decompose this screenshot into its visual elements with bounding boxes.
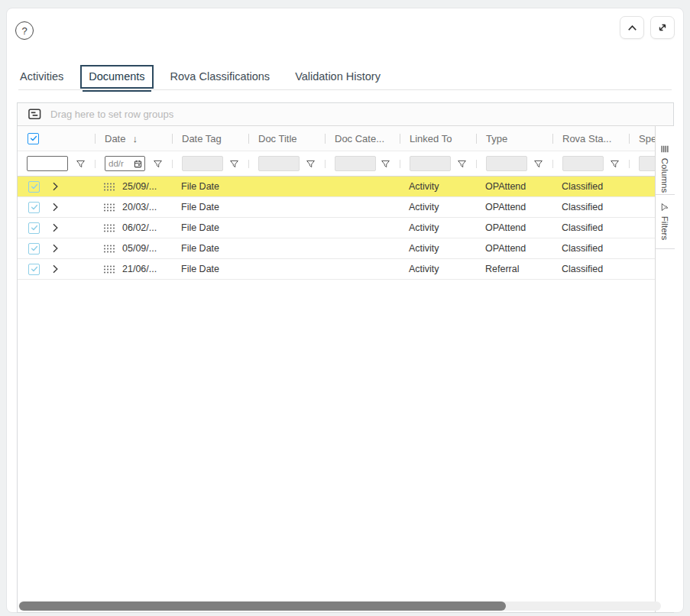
data-grid: Drag here to set row groups Date↓Date Ta… bbox=[17, 102, 674, 613]
filter-input-date[interactable]: dd/r bbox=[105, 156, 145, 171]
column-header-sel[interactable] bbox=[18, 126, 96, 151]
row-checkbox[interactable] bbox=[28, 202, 40, 213]
filter-menu-button-date_tag[interactable] bbox=[229, 159, 239, 169]
filter-funnel-icon bbox=[457, 159, 467, 169]
cell-spe bbox=[630, 177, 655, 196]
tab-label: Documents bbox=[89, 70, 144, 83]
side-bar: ColumnsFilters bbox=[655, 126, 675, 612]
table-row[interactable]: 05/09/...File DateActivityOPAttendClassi… bbox=[18, 238, 655, 259]
filter-menu-button-doc_category[interactable] bbox=[381, 159, 390, 169]
expand-row-button[interactable] bbox=[52, 223, 59, 232]
column-label: Date bbox=[105, 133, 125, 144]
expand-row-button[interactable] bbox=[52, 182, 59, 191]
cell-doc_title bbox=[249, 238, 326, 258]
row-drag-handle[interactable] bbox=[103, 203, 115, 212]
columns-icon bbox=[661, 144, 670, 154]
cell-date: 06/02/... bbox=[96, 218, 173, 238]
table-row[interactable]: 21/06/...File DateActivityReferralClassi… bbox=[18, 259, 655, 280]
expand-row-button[interactable] bbox=[52, 244, 59, 253]
grid-header-row: Date↓Date TagDoc TitleDoc Cate...Linked … bbox=[18, 126, 655, 151]
filter-cell-date: dd/r bbox=[96, 151, 173, 176]
expand-row-icon bbox=[52, 203, 59, 212]
row-checkbox[interactable] bbox=[28, 181, 40, 193]
select-all-checkbox[interactable] bbox=[28, 133, 39, 144]
grid-viewport: Date↓Date TagDoc TitleDoc Cate...Linked … bbox=[18, 126, 655, 612]
chevron-up-icon bbox=[626, 22, 639, 34]
cell-selection bbox=[18, 218, 96, 238]
tab-activities[interactable]: Activities bbox=[11, 65, 72, 89]
row-drag-handle[interactable] bbox=[103, 224, 115, 232]
expand-button[interactable] bbox=[650, 16, 675, 39]
column-label: Type bbox=[486, 133, 507, 144]
filter-menu-button-type[interactable] bbox=[533, 159, 543, 169]
tab-documents[interactable]: Documents bbox=[80, 65, 153, 89]
cell-spe bbox=[630, 238, 655, 258]
cell-type: Referral bbox=[477, 259, 553, 279]
filter-input-date_tag bbox=[182, 156, 223, 171]
column-header-spe[interactable]: Spe bbox=[630, 126, 655, 151]
column-header-doc_title[interactable]: Doc Title bbox=[249, 126, 326, 151]
column-header-doc_category[interactable]: Doc Cate... bbox=[326, 126, 400, 151]
row-group-icon bbox=[28, 109, 41, 120]
expand-row-button[interactable] bbox=[52, 264, 59, 274]
filter-funnel-icon bbox=[610, 159, 620, 169]
column-header-linked_to[interactable]: Linked To bbox=[400, 126, 477, 151]
date-filter-placeholder: dd/r bbox=[109, 159, 132, 168]
cell-doc_title bbox=[249, 197, 326, 217]
row-checkbox[interactable] bbox=[28, 222, 40, 234]
date-picker-button[interactable] bbox=[134, 160, 142, 168]
column-header-type[interactable]: Type bbox=[477, 126, 553, 151]
side-tab-columns[interactable]: Columns bbox=[656, 143, 675, 194]
row-checkbox[interactable] bbox=[28, 243, 40, 255]
row-drag-handle[interactable] bbox=[103, 245, 115, 253]
row-drag-handle[interactable] bbox=[103, 183, 115, 191]
cell-doc_category bbox=[326, 197, 400, 217]
expand-row-icon bbox=[52, 182, 59, 191]
filter-funnel-icon bbox=[306, 159, 316, 169]
cell-text: 06/02/... bbox=[122, 222, 157, 233]
filter-input-sel[interactable] bbox=[27, 156, 68, 171]
tab-divider bbox=[18, 89, 672, 90]
cell-linked_to: Activity bbox=[400, 218, 477, 238]
filter-menu-button-linked_to[interactable] bbox=[457, 159, 467, 169]
top-actions bbox=[620, 16, 675, 39]
column-header-date_tag[interactable]: Date Tag bbox=[173, 126, 249, 151]
row-group-panel[interactable]: Drag here to set row groups bbox=[18, 103, 673, 126]
column-label: Date Tag bbox=[182, 133, 222, 144]
expand-row-button[interactable] bbox=[52, 203, 59, 212]
row-drag-handle-icon bbox=[103, 224, 115, 232]
table-row[interactable]: 20/03/...File DateActivityOPAttendClassi… bbox=[18, 197, 655, 218]
filter-input-rova_status bbox=[562, 156, 604, 171]
cell-doc_category bbox=[326, 177, 400, 196]
cell-type: OPAttend bbox=[477, 218, 553, 238]
column-label: Linked To bbox=[410, 133, 452, 144]
row-drag-handle[interactable] bbox=[103, 265, 115, 274]
filter-input-doc_title bbox=[258, 156, 300, 171]
cell-linked_to: Activity bbox=[400, 238, 477, 258]
tab-rova-classifications[interactable]: Rova Classifications bbox=[162, 65, 279, 89]
collapse-button[interactable] bbox=[620, 16, 644, 39]
side-tab-filters[interactable]: Filters bbox=[656, 194, 675, 248]
row-checkbox[interactable] bbox=[28, 264, 40, 275]
cell-selection bbox=[18, 197, 96, 217]
filter-cell-spe bbox=[630, 151, 655, 176]
row-drag-handle-icon bbox=[103, 183, 115, 191]
table-row[interactable]: 06/02/...File DateActivityOPAttendClassi… bbox=[18, 218, 655, 238]
filter-menu-button-rova_status[interactable] bbox=[610, 159, 620, 169]
cell-type: OPAttend bbox=[477, 197, 553, 217]
sort-desc-icon: ↓ bbox=[132, 133, 138, 144]
horizontal-scrollbar[interactable] bbox=[18, 601, 661, 611]
column-header-date[interactable]: Date↓ bbox=[96, 126, 173, 151]
filter-menu-button-sel[interactable] bbox=[76, 159, 86, 169]
table-row[interactable]: 25/09/...File DateActivityOPAttendClassi… bbox=[18, 177, 655, 197]
scrollbar-thumb[interactable] bbox=[19, 601, 506, 611]
cell-selection bbox=[18, 177, 96, 196]
help-button[interactable]: ? bbox=[15, 21, 34, 40]
panel-card: ? ActivitiesDocumentsRova Classification… bbox=[6, 8, 684, 613]
tab-validation-history[interactable]: Validation History bbox=[287, 65, 389, 89]
column-header-rova_status[interactable]: Rova Sta... bbox=[553, 126, 630, 151]
cell-date: 25/09/... bbox=[96, 177, 173, 196]
filter-menu-button-doc_title[interactable] bbox=[306, 159, 316, 169]
filter-menu-button-date[interactable] bbox=[153, 159, 163, 169]
filter-cell-linked_to bbox=[400, 151, 477, 176]
